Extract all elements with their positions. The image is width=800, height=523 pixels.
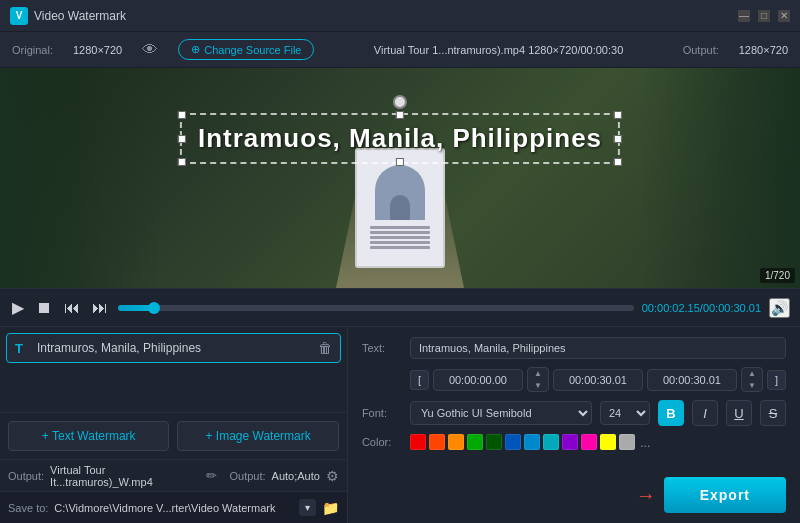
color-swatch-blue[interactable] [505,434,521,450]
card-text-lines [365,224,435,251]
export-arrow-icon: → [636,484,656,507]
card-line-3 [370,236,430,239]
card-image [355,148,445,268]
card-line-1 [370,226,430,229]
plus-icon: ⊕ [191,43,200,56]
export-area: → Export [362,477,786,513]
color-swatch-orange-red[interactable] [429,434,445,450]
color-swatches: ... [410,434,653,450]
more-colors-button[interactable]: ... [638,435,653,450]
spin-down-2[interactable]: ▼ [748,380,756,392]
output-format-label: Output: [229,470,265,482]
handle-bottom-mid[interactable] [396,158,404,166]
open-folder-button[interactable]: 📁 [322,500,339,516]
time-start-spinner[interactable]: ▲ ▼ [527,367,549,392]
change-source-label: Change Source File [204,44,301,56]
color-swatch-yellow[interactable] [600,434,616,450]
underline-button[interactable]: U [726,400,752,426]
color-swatch-green[interactable] [467,434,483,450]
watermark-text-overlay[interactable]: Intramuos, Manila, Philippines [180,113,620,164]
original-resolution: 1280×720 [73,44,122,56]
time-group: [ ▲ ▼ ▲ ▼ ] [410,367,786,392]
color-swatch-teal[interactable] [543,434,559,450]
color-swatch-purple[interactable] [562,434,578,450]
color-swatch-gray[interactable] [619,434,635,450]
save-path: C:\Vidmore\Vidmore V...rter\Video Waterm… [54,502,293,514]
handle-mid-right[interactable] [614,135,622,143]
bottom-panel: T Intramuros, Manila, Philippines 🗑 + Te… [0,326,800,523]
handle-mid-left[interactable] [178,135,186,143]
output-edit-button[interactable]: ✏ [206,468,217,483]
spin-down[interactable]: ▼ [534,380,542,392]
color-property-row: Color: ... [362,434,786,450]
stop-button[interactable]: ⏹ [34,297,54,319]
color-swatch-dark-green[interactable] [486,434,502,450]
volume-button[interactable]: 🔊 [769,298,790,318]
color-swatch-orange[interactable] [448,434,464,450]
color-swatch-sky-blue[interactable] [524,434,540,450]
handle-top-right[interactable] [614,111,622,119]
rotate-handle[interactable] [393,95,407,109]
watermark-display-text: Intramuos, Manila, Philippines [198,123,602,153]
spin-up[interactable]: ▲ [534,368,542,380]
color-swatch-red[interactable] [410,434,426,450]
spin-up-2[interactable]: ▲ [748,368,756,380]
trees-left [0,68,160,288]
text-property-row: Text: [362,337,786,359]
output-label: Output: [683,44,719,56]
change-source-button[interactable]: ⊕ Change Source File [178,39,314,60]
time-property-row: [ ▲ ▼ ▲ ▼ ] [362,367,786,392]
seek-handle[interactable] [148,302,160,314]
text-type-icon: T [15,341,29,356]
time-end2-input[interactable] [647,369,737,391]
prev-frame-button[interactable]: ⏮ [62,297,82,319]
timestamp-watermark: 1/720 [760,268,795,283]
app-icon: V [10,7,28,25]
eye-button[interactable]: 👁 [142,41,158,59]
color-swatch-pink[interactable] [581,434,597,450]
strikethrough-button[interactable]: S [760,400,786,426]
minimize-button[interactable]: — [738,10,750,22]
save-row: Save to: C:\Vidmore\Vidmore V...rter\Vid… [0,491,347,523]
settings-gear-button[interactable]: ⚙ [326,468,339,484]
time-bracket-button[interactable]: [ [410,370,429,390]
trees-right [640,68,800,288]
card-line-2 [370,231,430,234]
close-button[interactable]: ✕ [778,10,790,22]
layer-item[interactable]: T Intramuros, Manila, Philippines 🗑 [6,333,341,363]
playback-bar: ▶ ⏹ ⏮ ⏭ 00:00:02.15/00:00:30.01 🔊 [0,288,800,326]
time-start-input[interactable] [433,369,523,391]
export-button[interactable]: Export [664,477,786,513]
handle-bottom-right[interactable] [614,158,622,166]
font-size-selector[interactable]: 24 [600,401,650,425]
layer-delete-button[interactable]: 🗑 [318,340,332,356]
save-path-dropdown[interactable]: ▾ [299,499,316,516]
time-bracket-end-button[interactable]: ] [767,370,786,390]
app-title: Video Watermark [34,9,738,23]
font-selector[interactable]: Yu Gothic UI Semibold [410,401,592,425]
color-prop-label: Color: [362,436,402,448]
play-button[interactable]: ▶ [10,296,26,319]
output-row-value: Virtual Tour It...tramuros)_W.mp4 [50,464,200,488]
maximize-button[interactable]: □ [758,10,770,22]
original-label: Original: [12,44,53,56]
time-end-input[interactable] [553,369,643,391]
right-panel: Text: [ ▲ ▼ ▲ ▼ ] [348,327,800,523]
next-frame-button[interactable]: ⏭ [90,297,110,319]
time-end-spinner[interactable]: ▲ ▼ [741,367,763,392]
video-area: Intramuos, Manila, Philippines 1/720 [0,68,800,288]
handle-top-mid[interactable] [396,111,404,119]
handle-top-left[interactable] [178,111,186,119]
card-line-4 [370,241,430,244]
handle-bottom-left[interactable] [178,158,186,166]
bold-button[interactable]: B [658,400,684,426]
text-prop-label: Text: [362,342,402,354]
add-text-watermark-button[interactable]: + Text Watermark [8,421,169,451]
seek-bar[interactable] [118,305,634,311]
add-image-watermark-button[interactable]: + Image Watermark [177,421,338,451]
font-prop-label: Font: [362,407,402,419]
output-row: Output: Virtual Tour It...tramuros)_W.mp… [0,459,347,491]
topbar: Original: 1280×720 👁 ⊕ Change Source Fil… [0,32,800,68]
italic-button[interactable]: I [692,400,718,426]
text-field[interactable] [410,337,786,359]
